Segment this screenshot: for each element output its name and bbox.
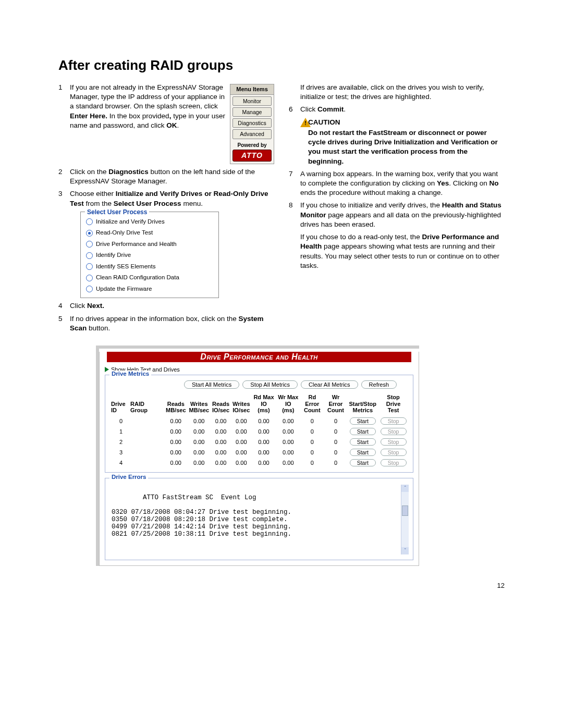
radio-icon (86, 230, 93, 237)
column-header: Stop DriveTest (378, 394, 409, 416)
column-header: Start/StopMetrics (348, 394, 378, 416)
page-heading: After creating RAID groups (58, 57, 505, 73)
powered-by-label: Powered by (230, 141, 274, 149)
radio-option[interactable]: Read-Only Drive Test (85, 227, 214, 239)
play-icon (105, 367, 109, 372)
radio-label: Identify Drive (96, 251, 131, 260)
scroll-thumb[interactable] (402, 505, 408, 516)
start-metrics-button[interactable]: Start (350, 417, 376, 425)
warning-icon: ! (300, 118, 304, 127)
column-header: Rd Max IO(ms) (252, 394, 276, 416)
start-all-metrics-button[interactable]: Start All Metrics (184, 380, 239, 389)
column-header: WritesMB/sec (188, 394, 211, 416)
stop-drive-test-button[interactable]: Stop (381, 459, 407, 466)
select-user-process-legend: Select User Process (85, 208, 149, 216)
left-column: Menu Items Monitor Manage Diagnostics Ad… (58, 83, 274, 336)
scroll-down-icon[interactable]: ˅ (401, 547, 409, 554)
step-4: 4 Click Next. (58, 301, 274, 311)
radio-option[interactable]: Initialize and Verify Drives (85, 216, 214, 228)
radio-label: Initialize and Verify Drives (96, 218, 165, 226)
step-7: 7 A warning box appears. In the warning … (289, 169, 505, 198)
start-metrics-button[interactable]: Start (350, 449, 376, 456)
radio-icon (86, 286, 93, 292)
radio-icon (86, 275, 93, 281)
stop-all-metrics-button[interactable]: Stop All Metrics (242, 380, 298, 389)
column-header: RAIDGroup (129, 394, 164, 416)
step-8: 8 If you chose to initialize and verify … (289, 201, 505, 229)
start-metrics-button[interactable]: Start (350, 438, 376, 446)
drive-errors-panel: Drive Errors ATTO FastStream SC Event Lo… (105, 478, 413, 560)
menu-advanced[interactable]: Advanced (232, 129, 272, 139)
stop-drive-test-button[interactable]: Stop (381, 449, 407, 456)
menu-diagnostics[interactable]: Diagnostics (232, 118, 272, 128)
menu-header: Menu Items (230, 84, 274, 95)
event-log: ATTO FastStream SC Event Log 0320 07/18/… (109, 484, 409, 556)
radio-label: Read-Only Drive Test (96, 229, 153, 237)
clear-all-metrics-button[interactable]: Clear All Metrics (301, 380, 358, 389)
drive-performance-health-figure: Drive Performance and Health Show Help T… (96, 346, 419, 566)
start-metrics-button[interactable]: Start (350, 428, 376, 435)
menu-items-figure: Menu Items Monitor Manage Diagnostics Ad… (230, 84, 274, 164)
step-2: 2 Click on the Diagnostics button on the… (58, 167, 274, 186)
column-header: Rd ErrorCount (300, 394, 324, 416)
menu-manage[interactable]: Manage (232, 107, 272, 117)
drive-metrics-table: DriveIDRAIDGroupReadsMB/secWritesMB/secR… (109, 394, 409, 468)
table-row: 40.000.000.000.000.000.0000StartStop (109, 458, 409, 468)
radio-label: Update the Firmware (96, 285, 152, 293)
radio-icon (86, 263, 93, 270)
drive-metrics-panel: Drive Metrics Start All Metrics Stop All… (105, 375, 413, 473)
radio-icon (86, 218, 93, 225)
column-header: Wr ErrorCount (324, 394, 347, 416)
menu-monitor[interactable]: Monitor (232, 96, 272, 106)
table-row: 30.000.000.000.000.000.0000StartStop (109, 447, 409, 458)
stop-drive-test-button[interactable]: Stop (381, 417, 407, 425)
step-3: 3 Choose either Initialize and Verify Dr… (58, 189, 274, 208)
refresh-button[interactable]: Refresh (361, 380, 397, 389)
table-row: 20.000.000.000.000.000.0000StartStop (109, 437, 409, 447)
select-user-process-panel: Select User Process Initialize and Verif… (80, 212, 219, 299)
radio-icon (86, 241, 93, 248)
scroll-up-icon[interactable]: ˄ (401, 485, 409, 492)
radio-option[interactable]: Identify Drive (85, 250, 214, 261)
caution-text: Do not restart the FastStream or disconn… (308, 128, 505, 166)
radio-option[interactable]: Identify SES Elements (85, 261, 214, 273)
column-header: WritesIO/sec (231, 394, 251, 416)
scrollbar[interactable]: ˄ ˅ (401, 485, 409, 554)
radio-icon (86, 252, 93, 259)
radio-label: Clean RAID Configuration Data (96, 274, 179, 282)
drive-errors-legend: Drive Errors (109, 474, 148, 480)
table-row: 00.000.000.000.000.000.0000StartStop (109, 416, 409, 426)
page-number: 12 (58, 582, 505, 589)
column-header: ReadsIO/sec (211, 394, 231, 416)
step-5-continuation: If drives are available, click on the dr… (300, 83, 505, 102)
atto-logo: ATTO (232, 150, 272, 162)
step-6: 6 Click Commit. (289, 105, 505, 114)
column-header: ReadsMB/sec (164, 394, 188, 416)
drive-metrics-legend: Drive Metrics (109, 371, 151, 377)
stop-drive-test-button[interactable]: Stop (381, 428, 407, 435)
caution-title: CAUTION (308, 118, 505, 127)
radio-option[interactable]: Update the Firmware (85, 283, 214, 295)
step-1: 1 If you are not already in the ExpressN… (58, 83, 227, 130)
radio-label: Identify SES Elements (96, 263, 155, 271)
start-metrics-button[interactable]: Start (350, 459, 376, 466)
stop-drive-test-button[interactable]: Stop (381, 438, 407, 446)
radio-option[interactable]: Drive Performance and Health (85, 239, 214, 250)
column-header: DriveID (109, 394, 129, 416)
right-column: If drives are available, click on the dr… (289, 83, 505, 336)
radio-label: Drive Performance and Health (96, 240, 177, 249)
step-5: 5 If no drives appear in the information… (58, 314, 274, 333)
dph-title: Drive Performance and Health (107, 352, 411, 362)
column-header: Wr Max IO(ms) (276, 394, 300, 416)
caution-block: ! CAUTION Do not restart the FastStream … (300, 118, 505, 166)
table-row: 10.000.000.000.000.000.0000StartStop (109, 426, 409, 437)
radio-option[interactable]: Clean RAID Configuration Data (85, 272, 214, 283)
step-8-continuation: If you chose to do a read-only test, the… (300, 232, 505, 270)
